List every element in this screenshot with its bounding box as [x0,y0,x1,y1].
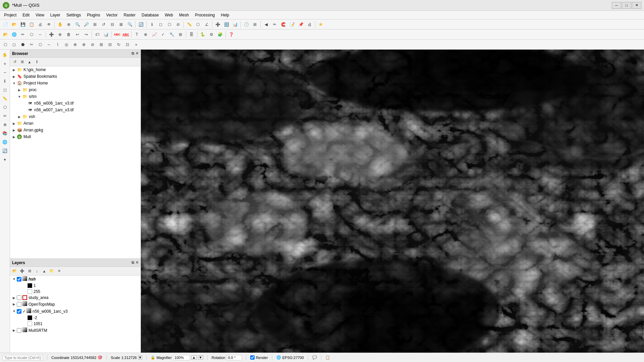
zoom-search-button[interactable]: 🔍 [126,20,134,28]
log-messages-display[interactable]: 📋 [325,355,330,360]
measure-angle-button[interactable]: ∠ [203,20,211,28]
browser-refresh-button[interactable]: ↺ [11,59,18,65]
map-canvas[interactable] [141,50,644,353]
menu-mesh[interactable]: Mesh [176,12,192,18]
geometry-check-button[interactable]: ✓ [159,31,167,39]
tree-item-spatial-bookmarks[interactable]: ▶ 🔖 Spatial Bookmarks [10,73,141,80]
layer-item-study-area[interactable]: ▶ study_area [10,295,141,301]
refresh-ltb[interactable]: 🔄 [1,147,9,155]
zoom-out-ltb-button[interactable]: − [1,68,9,76]
temporal-button[interactable]: 🕐 [242,20,250,28]
open-vector-button[interactable]: 📂 [1,31,9,39]
measure-area-button[interactable]: ⬡ [194,20,202,28]
zoom-out-button[interactable]: 🔎 [82,20,90,28]
plugins-button[interactable]: 🧩 [216,31,224,39]
expand-opentopomap[interactable]: ▶ [11,302,17,306]
spatial-query-button[interactable]: ⊕ [142,31,150,39]
snapping-button[interactable]: 🧲 [279,20,287,28]
render-checkbox[interactable] [250,355,255,360]
favorites-button[interactable]: ★ [317,20,325,28]
menu-web[interactable]: Web [162,12,175,18]
topology-button[interactable]: ⊞ [176,31,184,39]
deselect-button[interactable]: ⊘ [174,20,182,28]
menu-edit[interactable]: Edit [20,12,32,18]
hsh-checkbox[interactable] [17,277,21,282]
menu-vector[interactable]: Vector [104,12,120,18]
browser-float-button[interactable]: ⧉ [131,51,134,56]
layers-add-button[interactable]: ➕ [19,268,25,275]
open-project-button[interactable]: 📂 [10,20,18,28]
menu-view[interactable]: View [33,12,47,18]
zoom-full-button[interactable]: ↺ [100,20,108,28]
menu-project[interactable]: Project [1,12,19,18]
layers-float-button[interactable]: ⧉ [131,260,134,265]
expand-proc[interactable]: ▶ [17,88,22,92]
titlebar-controls[interactable]: ─ □ ✕ [612,2,641,9]
scale-feature[interactable]: ⊡ [123,41,131,49]
tree-item-arran-gpkg[interactable]: ▶ 📦 Arran.gpkg [10,127,141,133]
quick-print-button[interactable]: 🖨 [306,20,314,28]
tree-item-proc[interactable]: ▶ 📁 proc [10,86,141,93]
more-ltb[interactable]: ▼ [1,156,9,164]
select-by-location[interactable]: ⬡ [1,41,9,49]
print-layout-button[interactable]: 🖨 [36,20,44,28]
digitize-ltb[interactable]: ⊕ [1,121,9,129]
browser-filter-button[interactable]: ⊞ [19,59,25,65]
expand-spatial-bookmarks[interactable]: ▶ [11,75,17,78]
split-features[interactable]: ✂ [28,41,36,49]
offset-curve[interactable]: ↔ [45,41,53,49]
processing-toolbox-button[interactable]: ⚙ [207,31,215,39]
expand-arran[interactable]: ▶ [11,122,17,125]
epsg-display[interactable]: 🌐 EPSG:27700 [276,355,304,360]
menu-settings[interactable]: Settings [64,12,84,18]
menu-layer[interactable]: Layer [48,12,63,18]
save-as-button[interactable]: 📋 [28,20,36,28]
zoom-in-button[interactable]: 🔍 [73,20,82,28]
tile-scale-button[interactable]: ⊞ [251,20,259,28]
select-ltb-button[interactable]: ◻ [1,86,9,94]
rotate-feature[interactable]: ↻ [115,41,123,49]
layer-item-n56-w006-layer[interactable]: ▼ ✓ n56_w006_1arc_v3 [10,308,141,315]
expand-n56-w006-layer[interactable]: ▼ [11,309,17,313]
pan-map-button[interactable]: ⊕ [65,20,73,28]
reshape-features[interactable]: ⬡ [36,41,44,49]
measure-button[interactable]: 📏 [185,20,193,28]
tree-item-project-home[interactable]: ▼ 🏠 Project Home [10,80,141,86]
expand-vsh[interactable]: ▶ [17,115,22,119]
tree-item-mull[interactable]: ▶ Q Mull [10,133,141,140]
help-button[interactable]: ❓ [227,31,235,39]
new-project-button[interactable]: 📄 [1,20,9,28]
maximize-button[interactable]: □ [622,2,631,9]
pan-button[interactable]: ✋ [56,20,64,28]
messages-display[interactable]: 💬 [312,355,317,360]
browser-panel-controls[interactable]: ⧉ ✕ [131,51,139,56]
diagram-button[interactable]: 📊 [102,31,110,39]
simplify-feature[interactable]: ⌇ [54,41,62,49]
move-feature-button[interactable]: ↔ [36,31,44,39]
layer-item-opentopomap[interactable]: ▶ OpenTopoMap [10,301,141,308]
select-region-ltb[interactable]: ⬡ [1,103,9,111]
field-calc-button[interactable]: 🔢 [222,20,230,28]
measure-ltb-button[interactable]: 📏 [1,95,9,103]
tree-item-k-gis-home[interactable]: ▶ 📁 K:\gis_home [10,66,141,73]
tree-item-n56-w007[interactable]: 🗺 n56_w007_1arc_v3.tif [10,107,141,113]
expand-arran-gpkg[interactable]: ▶ [11,128,17,132]
digitize-more[interactable]: » [132,41,140,49]
toggle-edit-ltb[interactable]: ✏ [1,112,9,120]
delete-part[interactable]: ⊘ [89,41,97,49]
identify-button[interactable]: ℹ [148,20,156,28]
expand-srtm[interactable]: ▼ [17,95,22,99]
menu-help[interactable]: Help [218,12,232,18]
rotation-input[interactable] [227,355,242,360]
layers-ltb[interactable]: 📚 [1,129,9,137]
layers-new-group[interactable]: 📁 [48,268,55,275]
layers-up-button[interactable]: ▲ [41,268,48,275]
browser-close-button[interactable]: ✕ [136,51,139,56]
add-ring[interactable]: ◎ [62,41,70,49]
current-edits[interactable]: ✏ [271,20,279,28]
scale-dropdown-button[interactable]: ▼ [138,355,142,360]
magnifier-up-button[interactable]: ▲ [191,355,197,360]
identify-ltb-button[interactable]: ℹ [1,77,9,85]
mullsrtm-checkbox[interactable] [17,328,21,333]
annotations-button[interactable]: 📝 [288,20,296,28]
